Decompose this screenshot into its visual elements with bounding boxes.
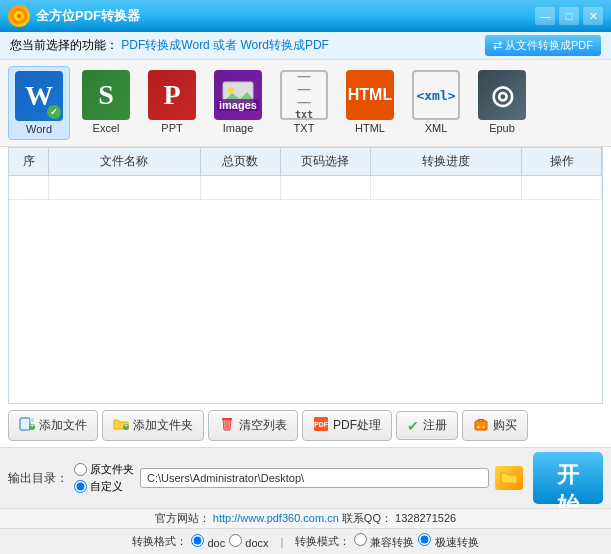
divider: | [281, 536, 284, 548]
html-icon: HTML [346, 70, 394, 120]
buy-button[interactable]: 购买 [462, 410, 528, 441]
word-icon: ✓ [15, 71, 63, 121]
info-bar: 您当前选择的功能： PDF转换成Word 或者 Word转换成PDF ⇄ 从文件… [0, 32, 611, 60]
buy-icon [473, 416, 489, 435]
clear-list-button[interactable]: 清空列表 [208, 410, 298, 441]
col-page-select: 页码选择 [281, 148, 371, 175]
table-row [9, 176, 602, 200]
add-folder-button[interactable]: + 添加文件夹 [102, 410, 204, 441]
svg-point-18 [478, 426, 480, 428]
radio-fast[interactable]: 极速转换 [418, 533, 478, 550]
pdf-process-icon: PDF [313, 416, 329, 435]
convert-mode-section: 转换模式： 兼容转换 极速转换 [295, 533, 478, 550]
excel-label: Excel [93, 122, 120, 134]
main-container: 您当前选择的功能： PDF转换成Word 或者 Word转换成PDF ⇄ 从文件… [0, 32, 611, 554]
format-item-word[interactable]: ✓ Word [8, 66, 70, 140]
radio-original-input[interactable] [74, 463, 87, 476]
format-toolbar: ✓ Word Excel PPT images Im [0, 60, 611, 147]
output-radio-group: 原文件夹 自定义 [74, 462, 134, 494]
add-folder-icon: + [113, 416, 129, 435]
format-item-xml[interactable]: <xml> XML [406, 66, 466, 140]
maximize-button[interactable]: □ [559, 7, 579, 25]
radio-original-folder[interactable]: 原文件夹 [74, 462, 134, 477]
excel-icon [82, 70, 130, 120]
convert-to-pdf-button[interactable]: ⇄ 从文件转换成PDF [485, 35, 601, 56]
format-type-section: 转换格式： doc docx [132, 534, 268, 549]
ppt-label: PPT [161, 122, 182, 134]
format-item-txt[interactable]: —— —— —— txt TXT [274, 66, 334, 140]
radio-custom-input[interactable] [74, 480, 87, 493]
app-icon [8, 5, 30, 27]
format-item-excel[interactable]: Excel [76, 66, 136, 140]
col-progress: 转换进度 [371, 148, 523, 175]
add-file-icon: + [19, 416, 35, 435]
browse-folder-button[interactable] [495, 466, 523, 490]
col-seq: 序 [9, 148, 49, 175]
app-title: 全方位PDF转换器 [36, 7, 535, 25]
svg-point-19 [483, 426, 485, 428]
register-button[interactable]: ✔ 注册 [396, 411, 458, 440]
svg-point-5 [228, 87, 234, 93]
epub-label: Epub [489, 122, 515, 134]
col-pages: 总页数 [201, 148, 281, 175]
txt-icon: —— —— —— txt [280, 70, 328, 120]
radio-compatible[interactable]: 兼容转换 [354, 533, 414, 550]
buy-label: 购买 [493, 417, 517, 434]
window-controls: — □ ✕ [535, 7, 603, 25]
epub-icon: ◎ [478, 70, 526, 120]
convert-arrow-icon: ⇄ [493, 39, 502, 52]
format-options-row: 转换格式： doc docx | 转换模式： 兼容转换 极速转换 [0, 528, 611, 554]
pdf-process-button[interactable]: PDF PDF处理 [302, 410, 392, 441]
minimize-button[interactable]: — [535, 7, 555, 25]
active-checkmark: ✓ [47, 105, 61, 119]
output-path-input[interactable] [140, 468, 489, 488]
format-item-html[interactable]: HTML HTML [340, 66, 400, 140]
svg-rect-6 [20, 418, 30, 430]
image-icon: images [214, 70, 262, 120]
txt-label: TXT [294, 122, 315, 134]
svg-text:+: + [124, 421, 129, 430]
table-body [9, 176, 602, 403]
start-button[interactable]: 开始 [533, 452, 603, 504]
xml-icon: <xml> [412, 70, 460, 120]
svg-rect-17 [475, 421, 487, 430]
file-table: 序 文件名称 总页数 页码选择 转换进度 操作 [8, 147, 603, 404]
radio-docx[interactable]: docx [229, 534, 268, 549]
add-file-label: 添加文件 [39, 417, 87, 434]
col-filename: 文件名称 [49, 148, 201, 175]
svg-point-2 [17, 14, 21, 18]
svg-text:PDF: PDF [314, 421, 329, 428]
ppt-icon [148, 70, 196, 120]
clear-list-label: 清空列表 [239, 417, 287, 434]
register-icon: ✔ [407, 418, 419, 434]
pdf-process-label: PDF处理 [333, 417, 381, 434]
word-label: Word [26, 123, 52, 135]
add-file-button[interactable]: + 添加文件 [8, 410, 98, 441]
radio-custom-folder[interactable]: 自定义 [74, 479, 134, 494]
xml-label: XML [425, 122, 448, 134]
action-toolbar: + 添加文件 + 添加文件夹 清空列表 PDF PDF处理 ✔ 注册 [0, 410, 611, 447]
info-text: 您当前选择的功能： PDF转换成Word 或者 Word转换成PDF [10, 37, 329, 54]
close-button[interactable]: ✕ [583, 7, 603, 25]
table-header: 序 文件名称 总页数 页码选择 转换进度 操作 [9, 148, 602, 176]
html-label: HTML [355, 122, 385, 134]
clear-list-icon [219, 416, 235, 435]
image-label: Image [223, 122, 254, 134]
format-item-image[interactable]: images Image [208, 66, 268, 140]
format-item-ppt[interactable]: PPT [142, 66, 202, 140]
title-bar: 全方位PDF转换器 — □ ✕ [0, 0, 611, 32]
radio-doc[interactable]: doc [191, 534, 225, 549]
format-item-epub[interactable]: ◎ Epub [472, 66, 532, 140]
website-link[interactable]: http://www.pdf360.com.cn [213, 512, 339, 524]
col-action: 操作 [522, 148, 602, 175]
register-label: 注册 [423, 417, 447, 434]
output-row: 输出目录： 原文件夹 自定义 开始 [0, 447, 611, 508]
output-label: 输出目录： [8, 470, 68, 487]
svg-text:+: + [30, 421, 35, 430]
website-bar: 官方网站： http://www.pdf360.com.cn 联系QQ： 132… [0, 508, 611, 528]
add-folder-label: 添加文件夹 [133, 417, 193, 434]
